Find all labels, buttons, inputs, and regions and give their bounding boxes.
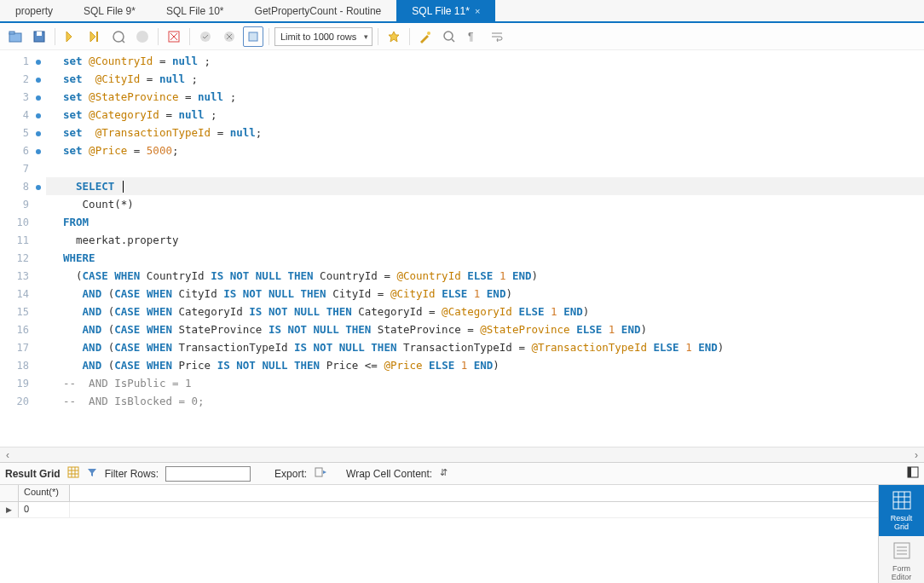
side-panel-label: Result Grid xyxy=(891,514,913,531)
autocommit-button[interactable] xyxy=(243,26,263,47)
code-line[interactable] xyxy=(46,159,924,177)
code-line[interactable]: -- AND IsBlocked = 0; xyxy=(46,392,924,410)
breakpoint-icon[interactable] xyxy=(36,60,41,65)
find-button[interactable] xyxy=(439,26,459,47)
breakpoint-icon[interactable] xyxy=(36,185,41,190)
gutter-line[interactable]: 17 xyxy=(0,338,46,356)
editor-tab[interactable]: property xyxy=(0,0,68,21)
line-number: 19 xyxy=(17,378,29,390)
stop-button[interactable] xyxy=(132,26,153,47)
code-line[interactable]: SELECT xyxy=(46,177,924,195)
gutter-line[interactable]: 6 xyxy=(0,141,46,159)
code-line[interactable]: set @Price = 5000; xyxy=(46,141,924,159)
editor-tab[interactable]: SQL File 10* xyxy=(151,0,240,21)
breakpoint-icon[interactable] xyxy=(36,113,41,118)
panel-toggle-icon[interactable] xyxy=(907,466,919,481)
gutter-line[interactable]: 12 xyxy=(0,249,46,267)
gutter-line[interactable]: 3 xyxy=(0,88,46,106)
editor-tab[interactable]: GetPropertyCount - Routine xyxy=(240,0,397,21)
tab-label: SQL File 9* xyxy=(84,5,136,17)
gutter-line[interactable]: 5 xyxy=(0,124,46,141)
gutter-line[interactable]: 9 xyxy=(0,195,46,213)
code-editor[interactable]: 1234567891011121314151617181920 set @Cou… xyxy=(0,50,924,447)
code-line[interactable]: Count(*) xyxy=(46,195,924,213)
favorite-button[interactable] xyxy=(384,26,404,47)
execute-current-button[interactable] xyxy=(84,26,105,47)
horizontal-scrollbar[interactable]: ‹ › xyxy=(0,447,924,462)
code-line[interactable]: AND (CASE WHEN TransactionTypeId IS NOT … xyxy=(46,338,924,356)
row-limit-dropdown[interactable]: Limit to 1000 rows xyxy=(274,27,372,46)
gutter-line[interactable]: 19 xyxy=(0,374,46,392)
code-line[interactable]: AND (CASE WHEN CityId IS NOT NULL THEN C… xyxy=(46,285,924,303)
execute-button[interactable] xyxy=(61,26,81,47)
breakpoint-icon[interactable] xyxy=(36,95,41,101)
gutter-line[interactable]: 18 xyxy=(0,356,46,374)
code-line[interactable]: FROM xyxy=(46,213,924,231)
close-icon[interactable]: × xyxy=(475,6,480,16)
code-line[interactable]: set @TransactionTypeId = null; xyxy=(46,124,924,141)
grid-cell[interactable]: 0 xyxy=(19,502,70,517)
commit-button[interactable] xyxy=(195,26,216,47)
breakpoint-icon[interactable] xyxy=(36,149,41,154)
side-panel-item[interactable]: Form Editor xyxy=(879,536,924,584)
row-marker-icon[interactable]: ▶ xyxy=(0,502,19,517)
side-panel-item[interactable]: Result Grid xyxy=(879,485,924,536)
rollback-button[interactable] xyxy=(219,26,240,47)
svg-line-18 xyxy=(452,39,454,42)
gutter-line[interactable]: 4 xyxy=(0,106,46,124)
code-area[interactable]: set @CountryId = null ;set @CityId = nul… xyxy=(46,50,924,447)
filter-icon[interactable] xyxy=(86,466,98,481)
code-line[interactable]: (CASE WHEN CountryId IS NOT NULL THEN Co… xyxy=(46,267,924,285)
gutter-line[interactable]: 2 xyxy=(0,70,46,88)
code-line[interactable]: AND (CASE WHEN Price IS NOT NULL THEN Pr… xyxy=(46,356,924,374)
gutter-line[interactable]: 8 xyxy=(0,177,46,195)
gutter-line[interactable]: 10 xyxy=(0,213,46,231)
gutter-line[interactable]: 13 xyxy=(0,267,46,285)
export-button[interactable] xyxy=(314,466,327,481)
line-number: 8 xyxy=(23,181,29,193)
svg-text:⇵: ⇵ xyxy=(440,467,448,477)
filter-rows-input[interactable] xyxy=(165,466,251,482)
explain-button[interactable] xyxy=(108,26,129,47)
gutter-line[interactable]: 16 xyxy=(0,320,46,338)
line-number: 5 xyxy=(23,127,29,139)
word-wrap-button[interactable] xyxy=(487,26,507,47)
breakpoint-icon[interactable] xyxy=(36,78,41,83)
gutter-line[interactable]: 1 xyxy=(0,52,46,70)
code-line[interactable]: meerkat.property xyxy=(46,231,924,249)
code-line[interactable]: -- AND IsPublic = 1 xyxy=(46,374,924,392)
gutter-line[interactable]: 15 xyxy=(0,303,46,320)
code-line[interactable]: AND (CASE WHEN CategoryId IS NOT NULL TH… xyxy=(46,303,924,320)
scroll-left-icon[interactable]: ‹ xyxy=(0,449,15,461)
tab-label: property xyxy=(15,5,53,17)
tab-label: SQL File 10* xyxy=(166,5,224,17)
line-number: 1 xyxy=(23,55,29,67)
tab-label: GetPropertyCount - Routine xyxy=(255,5,382,17)
editor-tab[interactable]: SQL File 11*× xyxy=(396,0,495,21)
gutter-line[interactable]: 11 xyxy=(0,231,46,249)
gutter-line[interactable]: 7 xyxy=(0,159,46,177)
editor-tab[interactable]: SQL File 9* xyxy=(68,0,151,21)
line-number: 18 xyxy=(17,360,29,372)
breakpoint-icon[interactable] xyxy=(36,131,41,136)
result-grid[interactable]: Count(*) ▶0 xyxy=(0,485,878,583)
beautify-button[interactable] xyxy=(415,26,436,47)
wrap-cell-button[interactable]: ⇵ xyxy=(439,466,451,481)
code-line[interactable]: set @CountryId = null ; xyxy=(46,52,924,70)
no-limit-button[interactable] xyxy=(164,26,184,47)
gutter-line[interactable]: 20 xyxy=(0,392,46,410)
code-line[interactable]: AND (CASE WHEN StateProvince IS NOT NULL… xyxy=(46,320,924,338)
open-file-button[interactable] xyxy=(5,26,26,47)
gutter-line[interactable]: 14 xyxy=(0,285,46,303)
table-row[interactable]: ▶0 xyxy=(0,502,878,518)
code-line[interactable]: set @StateProvince = null ; xyxy=(46,88,924,106)
wrap-label: Wrap Cell Content: xyxy=(346,468,432,480)
scroll-right-icon[interactable]: › xyxy=(909,449,924,461)
code-line[interactable]: set @CityId = null ; xyxy=(46,70,924,88)
code-line[interactable]: WHERE xyxy=(46,249,924,267)
save-button[interactable] xyxy=(29,26,49,47)
column-header[interactable]: Count(*) xyxy=(19,485,70,501)
invisible-chars-button[interactable]: ¶ xyxy=(463,26,483,47)
result-side-panel: Result GridForm Editor xyxy=(878,485,924,583)
code-line[interactable]: set @CategoryId = null ; xyxy=(46,106,924,124)
